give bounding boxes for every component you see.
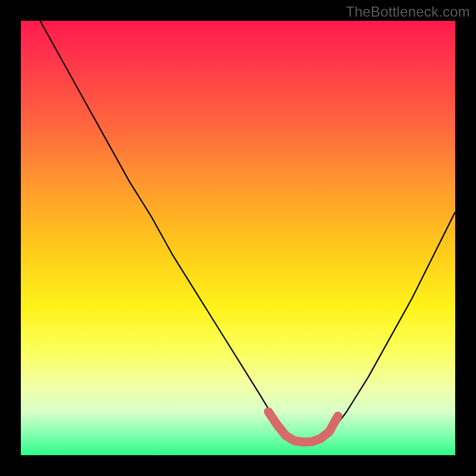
curve-layer xyxy=(21,21,455,455)
attribution-label: TheBottleneck.com xyxy=(346,4,470,20)
bottleneck-curve xyxy=(21,21,455,442)
optimal-range-highlight xyxy=(268,412,338,442)
plot-area xyxy=(21,21,455,455)
chart-stage: TheBottleneck.com xyxy=(0,0,476,476)
